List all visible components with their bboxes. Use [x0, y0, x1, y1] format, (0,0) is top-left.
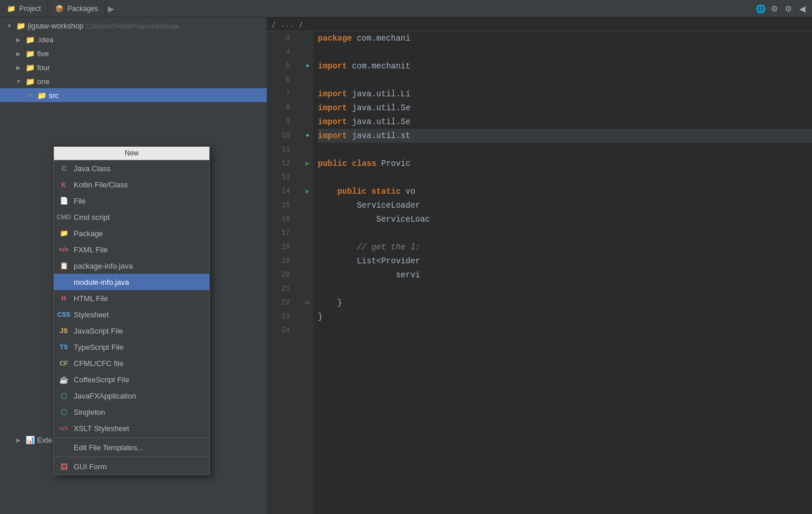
tree-item-one[interactable]: 📁 one — [0, 74, 267, 88]
code-line-17 — [318, 226, 812, 240]
four-label: four — [37, 63, 50, 72]
code-line-3: package com.mechani — [318, 31, 812, 45]
menu-kotlin[interactable]: K Kotlin File/Class — [54, 176, 209, 193]
cf-icon: CF — [59, 358, 69, 368]
menu-java-class[interactable]: C Java Class — [54, 160, 209, 176]
singleton-label: Singleton — [74, 408, 105, 417]
cmd-icon: CMD — [59, 212, 69, 222]
arrow-left-icon[interactable]: ◀ — [796, 2, 809, 15]
stylesheet-label: Stylesheet — [74, 310, 109, 319]
one-folder-icon: 📁 — [26, 77, 35, 86]
menu-ts[interactable]: TS TypeScript File — [54, 339, 209, 355]
menu-file[interactable]: 📄 File — [54, 193, 209, 209]
idea-folder-icon: 📁 — [26, 35, 35, 44]
code-line-4 — [318, 45, 812, 59]
tree-item-idea[interactable]: 📁 .idea — [0, 32, 267, 46]
cmd-label: Cmd script — [74, 213, 110, 222]
menu-package[interactable]: 📁 Package — [54, 225, 209, 241]
idea-label: .idea — [37, 35, 53, 44]
gutter-22: ◻ — [302, 296, 313, 310]
linenum-10: 10 — [267, 129, 295, 143]
menu-js[interactable]: JS JavaScript File — [54, 323, 209, 339]
menu-module-info[interactable]: ◼ module-info.java — [54, 274, 209, 290]
one-arrow — [14, 77, 23, 86]
gutter-6 — [302, 73, 313, 87]
linenum-11: 11 — [267, 143, 295, 157]
line-numbers: 3 4 5 6 7 8 9 10 11 12 13 14 15 16 17 18… — [267, 31, 302, 514]
settings-icon[interactable]: ⚙ — [768, 2, 781, 15]
gutter-17 — [302, 226, 313, 240]
external-arrow — [14, 435, 23, 444]
five-arrow — [14, 49, 23, 58]
four-folder-icon: 📁 — [26, 63, 35, 72]
gutter-11 — [302, 143, 313, 157]
sidebar: 📁 jigsaw-workshop C:\Users\Trisha\Projec… — [0, 17, 267, 514]
globe-icon[interactable]: 🌐 — [754, 2, 767, 15]
menu-xslt[interactable]: </> XSLT Stylesheet — [54, 420, 209, 436]
linenum-21: 21 — [267, 282, 295, 296]
module-icon: ◼ — [59, 277, 69, 287]
menu-html[interactable]: H HTML File — [54, 290, 209, 306]
gutter-4 — [302, 45, 313, 59]
menu-singleton[interactable]: ⬡ Singleton — [54, 404, 209, 420]
menu-edit-templates[interactable]: Edit File Templates... — [54, 439, 209, 455]
menu-cmd[interactable]: CMD Cmd script — [54, 209, 209, 225]
tab-packages-label: Packages — [67, 5, 98, 13]
html-icon: H — [59, 293, 69, 303]
java-class-label: Java Class — [74, 164, 111, 173]
linenum-4: 4 — [267, 45, 295, 59]
tree-root[interactable]: 📁 jigsaw-workshop C:\Users\Trisha\Projec… — [0, 19, 267, 32]
menu-fxml[interactable]: </> FXML File — [54, 241, 209, 258]
gear-icon[interactable]: ⚙ — [782, 2, 795, 15]
menu-package-info[interactable]: 📋 package-info.java — [54, 258, 209, 274]
root-arrow — [5, 21, 14, 30]
gutter-8 — [302, 101, 313, 115]
tab-packages[interactable]: 📦 Packages — [48, 0, 106, 17]
edit-templates-label: Edit File Templates... — [74, 443, 143, 452]
src-label: src — [49, 91, 59, 100]
gutter-20 — [302, 268, 313, 282]
idea-arrow — [14, 35, 23, 44]
linenum-6: 6 — [267, 73, 295, 87]
linenum-15: 15 — [267, 198, 295, 212]
code-line-7: import java.util.Li — [318, 87, 812, 101]
file-label: File — [74, 197, 86, 205]
tree-item-src[interactable]: 📁 src — [0, 88, 267, 102]
code-line-11 — [318, 143, 812, 157]
linenum-14: 14 — [267, 184, 295, 198]
ts-label: TypeScript File — [74, 343, 124, 352]
gutter-15 — [302, 198, 313, 212]
code-line-15: ServiceLoader — [318, 198, 812, 212]
singleton-icon: ⬡ — [59, 407, 69, 417]
menu-coffee[interactable]: ☕ CoffeeScript File — [54, 371, 209, 388]
linenum-18: 18 — [267, 240, 295, 254]
gutter-10: ◆ — [302, 129, 313, 143]
linenum-19: 19 — [267, 254, 295, 268]
menu-javafx[interactable]: ⬡ JavaFXApplication — [54, 388, 209, 404]
context-menu: New C Java Class K Kotlin File/Class 📄 F… — [53, 146, 210, 475]
code-line-5: import com.mechanit — [318, 59, 812, 73]
gutter-12: ▶ — [302, 157, 313, 171]
coffee-label: CoffeeScript File — [74, 375, 129, 384]
linenum-3: 3 — [267, 31, 295, 45]
menu-stylesheet[interactable]: CSS Stylesheet — [54, 306, 209, 323]
code-line-20: servi — [318, 268, 812, 282]
breadcrumb-text: / ... / — [271, 20, 303, 28]
menu-cf[interactable]: CF CFML/CFC file — [54, 355, 209, 371]
ts-icon: TS — [59, 342, 69, 352]
js-label: JavaScript File — [74, 327, 123, 335]
gutter-24 — [302, 324, 313, 338]
gutter-13 — [302, 171, 313, 184]
javafx-icon: ⬡ — [59, 390, 69, 401]
root-folder-icon: 📁 — [16, 21, 26, 30]
code-area[interactable]: package com.mechani import com.mechanit … — [313, 31, 812, 514]
tab-actions: 🌐 ⚙ ⚙ ◀ — [754, 2, 812, 15]
editor: / ... / 3 4 5 6 7 8 9 10 11 12 13 14 15 … — [267, 17, 812, 514]
editor-content: 3 4 5 6 7 8 9 10 11 12 13 14 15 16 17 18… — [267, 31, 812, 514]
menu-divider-2 — [54, 457, 209, 457]
tree-item-five[interactable]: 📁 five — [0, 46, 267, 60]
tree-item-four[interactable]: 📁 four — [0, 60, 267, 74]
menu-gui-form[interactable]: 🖼 GUI Form — [54, 458, 209, 475]
tab-project[interactable]: 📁 Project — [0, 0, 48, 17]
tab-expand-btn[interactable]: ▶ — [108, 4, 114, 13]
